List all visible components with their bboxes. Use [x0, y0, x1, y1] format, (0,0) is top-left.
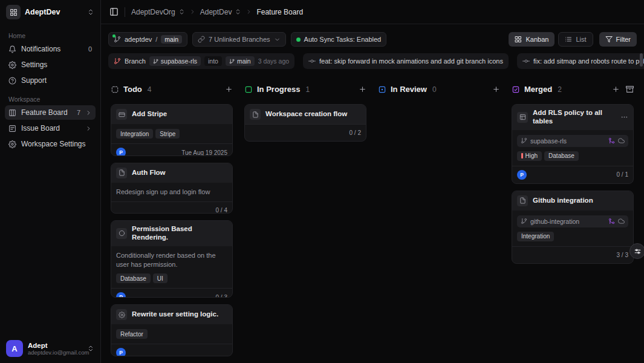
- sidebar-item-workspace-settings[interactable]: Workspace Settings: [5, 137, 96, 151]
- kanban-view-button[interactable]: Kanban: [509, 32, 555, 47]
- git-merge-icon[interactable]: [608, 218, 615, 224]
- breadcrumb-page: Feature Board: [256, 8, 303, 16]
- commit-message: fix: add sitmap and robots route to publ…: [533, 57, 644, 65]
- sidebar-item-label: Feature Board: [21, 108, 72, 117]
- unlinked-branches-label: 7 Unlinked Branches: [209, 36, 270, 43]
- repo-branch-selector[interactable]: adeptdev / main: [108, 32, 187, 47]
- commit-chip[interactable]: fix: add sitmap and robots route to publ…: [517, 53, 644, 69]
- card-branch-chip[interactable]: supabase-rls: [517, 135, 628, 147]
- board-card[interactable]: Permission Based Rendering.Conditionally…: [111, 220, 233, 298]
- card-header: Permission Based Rendering.: [111, 221, 232, 246]
- tag-database: Database: [544, 151, 579, 161]
- tag-high: High: [517, 151, 542, 161]
- sidebar-item-issue-board[interactable]: Issue Board: [5, 121, 96, 136]
- sidebar-item-label: Issue Board: [21, 124, 80, 132]
- card-description: Redesign sign up and login flow: [116, 188, 227, 197]
- commit-chip[interactable]: feat: skip forward in mock animations an…: [303, 53, 509, 69]
- filter-button[interactable]: Filter: [599, 32, 637, 47]
- card-body: supabase-rlsHighDatabase: [512, 130, 633, 166]
- card-header: Add RLS policy to all tables: [512, 105, 633, 130]
- sync-cloud-icon[interactable]: [618, 218, 625, 224]
- board-column-in-progress: In Progress1Workspace creation flow0 / 2: [244, 85, 366, 363]
- chevron-down-icon: [274, 36, 281, 43]
- divider: [125, 7, 125, 17]
- unlinked-branches-dropdown[interactable]: 7 Unlinked Branches: [192, 32, 286, 47]
- chevrons-up-down-icon[interactable]: [87, 345, 94, 352]
- assignee-avatar: P: [517, 170, 527, 180]
- card-meta: 3 / 3: [617, 252, 628, 258]
- list-view-label: List: [576, 36, 586, 43]
- sidebar-item-support[interactable]: Support: [5, 73, 96, 88]
- column-title: In Progress: [257, 85, 301, 94]
- sidebar-item-settings[interactable]: Settings: [5, 57, 96, 72]
- breadcrumb: AdeptDevOrg AdeptDev Feature Board: [131, 8, 303, 16]
- auto-sync-toggle[interactable]: Auto Sync Tasks: Enabled: [291, 32, 387, 47]
- chevrons-up-down-icon[interactable]: [235, 8, 241, 15]
- sidebar-item-badge: 7: [77, 109, 80, 116]
- vertical-scrollbar-thumb[interactable]: [640, 53, 643, 67]
- repo-name: adeptdev: [125, 36, 152, 43]
- list-view-button[interactable]: List: [558, 32, 593, 47]
- board-card[interactable]: Add RLS policy to all tablessupabase-rls…: [512, 104, 634, 184]
- card-title: Permission Based Rendering.: [132, 225, 227, 242]
- breadcrumb-org[interactable]: AdeptDevOrg: [131, 8, 185, 16]
- card-branch-name: supabase-rls: [530, 137, 605, 145]
- add-card-button[interactable]: [612, 85, 620, 93]
- tag-label: Refactor: [120, 331, 143, 338]
- sidebar-section-label: Workspace: [5, 94, 96, 105]
- tag-label: Integration: [120, 131, 149, 137]
- chevrons-up-down-icon[interactable]: [178, 8, 185, 15]
- git-branch-icon: [521, 218, 527, 224]
- git-branch-icon: [114, 57, 121, 65]
- board-column-todo: Todo4Add StripeIntegrationStripePTue Aug…: [111, 85, 233, 363]
- source-branch-name: supabase-rls: [161, 57, 197, 65]
- file-icon: [517, 195, 528, 206]
- status-dot-icon: [296, 38, 301, 42]
- sidebar-item-notifications[interactable]: Notifications0: [5, 42, 96, 56]
- branch-activity-strip: Branch supabase-rls into main 3 days ago…: [101, 47, 644, 69]
- breadcrumb-workspace[interactable]: AdeptDev: [200, 8, 242, 16]
- card-title: Github integration: [533, 197, 628, 205]
- file-icon: [250, 109, 261, 120]
- board-options-fab[interactable]: [629, 243, 644, 259]
- chevrons-up-down-icon[interactable]: [87, 8, 94, 16]
- add-card-button[interactable]: [492, 85, 500, 93]
- kanban-icon: [515, 36, 522, 43]
- chevron-right-icon: [189, 8, 196, 15]
- gear-icon: [8, 61, 16, 69]
- tag-label: Integration: [521, 233, 550, 240]
- git-merge-icon[interactable]: [608, 137, 615, 144]
- card-description: Conditionally render based on the user h…: [116, 251, 227, 270]
- board-card[interactable]: Workspace creation flow0 / 2: [244, 104, 366, 142]
- column-status-icon: [378, 85, 386, 94]
- board-card[interactable]: Add StripeIntegrationStripePTue Aug 19 2…: [111, 104, 233, 156]
- branch-label: Branch: [125, 57, 146, 65]
- column-title: Merged: [524, 85, 552, 94]
- column-status-icon: [111, 85, 119, 94]
- breadcrumb-page-label: Feature Board: [256, 8, 303, 16]
- add-card-button[interactable]: [225, 85, 233, 93]
- user-menu[interactable]: A Adept adeptdev.io@gmail.com: [0, 334, 100, 363]
- tag-stripe: Stripe: [155, 129, 180, 139]
- board-card[interactable]: Rewrite user setting logic.RefactorP: [111, 304, 233, 356]
- board-card[interactable]: Github integrationgithub-integrationInte…: [512, 191, 634, 264]
- sidebar-item-feature-board[interactable]: Feature Board7: [5, 105, 96, 120]
- board-column-in-review: In Review0: [378, 85, 500, 363]
- card-body: Conditionally render based on the user h…: [111, 246, 232, 289]
- gear-icon: [8, 140, 16, 148]
- more-menu-button[interactable]: [620, 113, 628, 121]
- add-card-button[interactable]: [359, 85, 366, 93]
- card-branch-chip[interactable]: github-integration: [517, 215, 628, 227]
- git-commit-icon: [308, 57, 316, 65]
- chevron-right-icon: [85, 125, 92, 132]
- board-card[interactable]: Auth FlowRedesign sign up and login flow…: [111, 163, 233, 214]
- workspace-switcher[interactable]: AdeptDev: [0, 0, 100, 24]
- sync-cloud-icon[interactable]: [618, 137, 625, 144]
- sidebar-toggle-icon[interactable]: [109, 7, 119, 16]
- branch-merge-chip[interactable]: Branch supabase-rls into main 3 days ago: [108, 53, 294, 69]
- card-header: Workspace creation flow: [245, 105, 366, 124]
- archive-button[interactable]: [626, 85, 634, 93]
- column-header: In Progress1: [244, 85, 366, 94]
- breadcrumb-org-label: AdeptDevOrg: [131, 8, 175, 16]
- user-name: Adept: [28, 342, 82, 349]
